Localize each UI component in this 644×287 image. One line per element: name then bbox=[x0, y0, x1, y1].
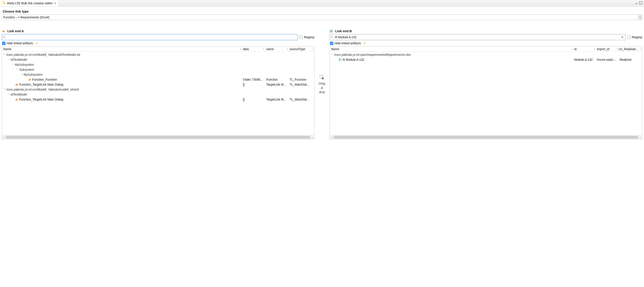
regexp-label-a: Regexp bbox=[304, 35, 314, 39]
search-icon bbox=[3, 36, 6, 39]
table-row[interactable]: ﹀Subsystem bbox=[2, 67, 314, 72]
table-row[interactable]: ﹀MySubsystem bbox=[2, 72, 314, 77]
cell: {'date',73048... bbox=[242, 78, 265, 81]
window-controls bbox=[635, 1, 644, 5]
search-field-b[interactable] bbox=[334, 35, 619, 39]
row-name: IdTestModel bbox=[10, 93, 27, 96]
link-type-value: Function --> Requirements (Excel) bbox=[2, 15, 638, 19]
row-name: Function_TargetLink Main Dialog bbox=[19, 83, 63, 86]
hide-linked-check-a[interactable] bbox=[2, 42, 6, 45]
choose-link-type-label: Choose link type bbox=[2, 9, 642, 13]
hide-linked-checkbox-b[interactable]: Hide linked artifacts bbox=[330, 41, 361, 45]
expand-icon[interactable]: ﹀ bbox=[12, 63, 15, 66]
col-lkrealisati-b[interactable]: LK_Realisati... bbox=[616, 46, 640, 51]
regexp-check-a[interactable] bbox=[300, 36, 303, 39]
svg-line-16 bbox=[363, 42, 365, 44]
close-tab-icon[interactable]: ✕ bbox=[54, 1, 56, 5]
cell: TargetLink M... bbox=[265, 83, 288, 86]
scroll-left-icon[interactable]: ‹ bbox=[330, 135, 334, 139]
col-id-b[interactable]: id bbox=[570, 46, 593, 51]
cell: Function bbox=[265, 78, 288, 81]
scroll-right-icon[interactable]: › bbox=[310, 135, 314, 139]
scroll-track-b[interactable] bbox=[334, 136, 638, 139]
row-name: Function_Function bbox=[32, 78, 57, 81]
table-row[interactable]: ﹀Function_TargetLink Main Dialog[]Target… bbox=[2, 82, 314, 87]
search-input-b[interactable]: ✕ bbox=[330, 34, 626, 40]
regexp-checkbox-a[interactable]: Regexp bbox=[300, 35, 314, 39]
svg-point-0 bbox=[2, 1, 5, 4]
scroll-left-icon[interactable]: ‹ bbox=[2, 135, 6, 139]
regexp-label-b: Regexp bbox=[632, 35, 642, 39]
search-input-a[interactable] bbox=[2, 34, 298, 40]
regexp-checkbox-b[interactable]: Regexp bbox=[627, 35, 642, 39]
hscroll-a[interactable]: ‹ › bbox=[2, 135, 314, 139]
expand-icon[interactable]: ﹀ bbox=[16, 68, 19, 71]
search-field-a[interactable] bbox=[7, 35, 297, 39]
table-row[interactable]: ﹀/com.yakindu.yt.mt.mv/Modell_Yakindu/mo… bbox=[2, 87, 314, 92]
col-data-a[interactable]: data bbox=[239, 46, 262, 51]
wand-icon[interactable] bbox=[363, 41, 366, 45]
expand-icon[interactable]: ﹀ bbox=[3, 87, 6, 91]
svg-line-1 bbox=[4, 3, 6, 4]
table-row[interactable]: ﹀/com.yakindu.yt.mt.mv/Modell_Yakindu/Id… bbox=[2, 52, 314, 57]
col-name-b[interactable]: Name bbox=[330, 46, 570, 51]
col-extra-b[interactable] bbox=[640, 46, 642, 51]
col-extra-a[interactable] bbox=[312, 46, 314, 51]
table-row[interactable]: ﹀IdTestModel bbox=[2, 92, 314, 97]
matlab-icon bbox=[15, 83, 18, 86]
table-row[interactable]: ﹀Function_Function{'date',73048...Functi… bbox=[2, 77, 314, 82]
col-name-a[interactable]: Name bbox=[2, 46, 239, 51]
cell: Realized bbox=[618, 58, 642, 61]
svg-point-7 bbox=[38, 42, 38, 42]
table-row[interactable]: ﹀/com.yakindu.yt.mt.spec/requirements/Re… bbox=[330, 52, 642, 57]
minimize-icon[interactable] bbox=[635, 1, 638, 5]
expand-icon[interactable]: ﹀ bbox=[331, 53, 334, 56]
hscroll-b[interactable]: ‹ › bbox=[330, 135, 642, 139]
row-name: MySubsystem bbox=[24, 73, 42, 76]
hide-linked-checkbox-a[interactable]: Hide linked artifacts bbox=[2, 41, 33, 45]
expand-icon[interactable]: ﹀ bbox=[20, 73, 24, 76]
svg-line-15 bbox=[332, 38, 334, 38]
editor-tab[interactable]: ANALYZE Bulk link creation editor ✕ bbox=[0, 0, 59, 6]
svg-rect-2 bbox=[635, 3, 638, 4]
svg-point-14 bbox=[331, 36, 332, 38]
wand-icon[interactable] bbox=[35, 41, 38, 45]
titlebar: ANALYZE Bulk link creation editor ✕ bbox=[0, 0, 644, 6]
table-row[interactable]: ﹀IdTestModel bbox=[2, 57, 314, 62]
col-sourcetype-a[interactable]: sourceType bbox=[286, 46, 312, 51]
cell: Module A:132 bbox=[573, 58, 596, 61]
tree-table-a[interactable]: Name data name sourceType ﹀/com.yakindu.… bbox=[2, 46, 314, 139]
expand-icon[interactable]: ﹀ bbox=[7, 92, 10, 96]
svg-point-18 bbox=[364, 42, 365, 42]
table-row[interactable]: ﹀R Module A:132Module A:132hrcore-sads-.… bbox=[330, 57, 642, 62]
cell: TL_MainDial... bbox=[288, 98, 314, 101]
scroll-right-icon[interactable]: › bbox=[638, 135, 642, 139]
clear-search-icon[interactable]: ✕ bbox=[620, 35, 624, 39]
expand-icon[interactable]: ﹀ bbox=[7, 58, 10, 61]
tree-table-b[interactable]: Name id import_id LK_Realisati... ﹀/com.… bbox=[330, 46, 642, 139]
col-importid-b[interactable]: import_id bbox=[593, 46, 616, 51]
cell: [] bbox=[242, 83, 265, 86]
table-row[interactable]: ﹀Function_TargetLink Main Dialog[]Target… bbox=[2, 97, 314, 102]
row-name: Function_TargetLink Main Dialog bbox=[19, 98, 63, 101]
svg-point-8 bbox=[37, 42, 37, 42]
matlab-icon bbox=[2, 29, 5, 33]
regexp-check-b[interactable] bbox=[627, 36, 630, 39]
row-name: /com.yakindu.yt.mt.mv/Modell_Yakindu/IdT… bbox=[6, 53, 80, 56]
scroll-track-a[interactable] bbox=[6, 136, 310, 139]
cell: TargetLink M... bbox=[265, 98, 288, 101]
maximize-icon[interactable] bbox=[639, 1, 642, 5]
search-icon bbox=[331, 36, 334, 39]
hide-linked-label-b: Hide linked artifacts bbox=[334, 41, 361, 45]
table-row[interactable]: ﹀MySubsystem bbox=[2, 62, 314, 67]
expand-icon[interactable]: ﹀ bbox=[3, 53, 6, 56]
link-type-dropdown[interactable]: Function --> Requirements (Excel) bbox=[2, 14, 642, 20]
chevron-down-icon[interactable] bbox=[638, 15, 642, 20]
row-name: MySubsystem bbox=[15, 63, 34, 66]
drag-drop-hint: Drag & drop bbox=[317, 29, 327, 139]
rows-a: ﹀/com.yakindu.yt.mt.mv/Modell_Yakindu/Id… bbox=[2, 52, 314, 135]
cell: hrcore-sads-... bbox=[596, 58, 618, 61]
drag-drop-icon bbox=[319, 74, 325, 81]
col-name2-a[interactable]: name bbox=[262, 46, 286, 51]
hide-linked-check-b[interactable] bbox=[330, 42, 333, 45]
